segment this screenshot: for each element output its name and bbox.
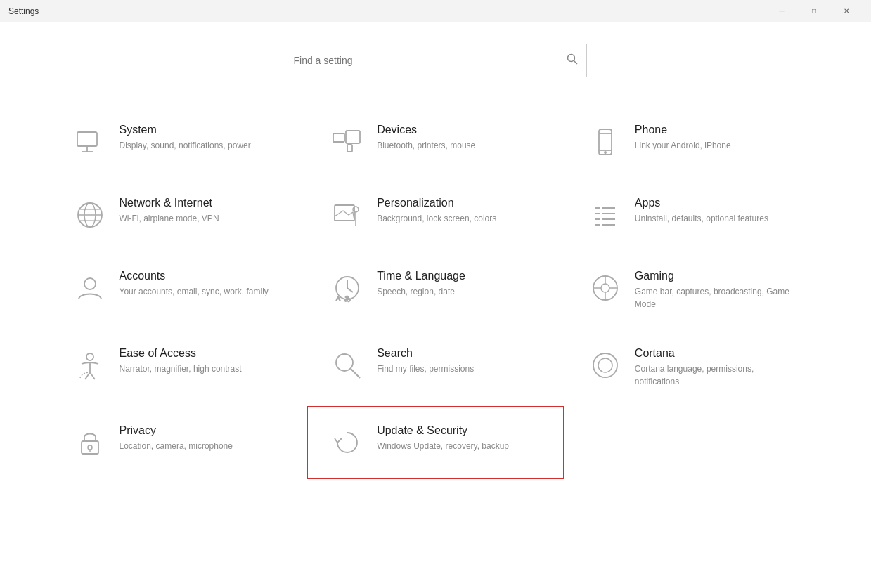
- svg-point-0: [567, 55, 574, 62]
- setting-system[interactable]: System Display, sound, notifications, po…: [49, 105, 307, 178]
- apps-name: Apps: [635, 197, 768, 209]
- setting-devices[interactable]: Devices Bluetooth, printers, mouse: [307, 105, 564, 178]
- setting-gaming[interactable]: Gaming Game bar, captures, broadcasting,…: [564, 251, 822, 329]
- svg-rect-7: [347, 145, 352, 152]
- setting-personalization[interactable]: Personalization Background, lock screen,…: [307, 178, 564, 251]
- svg-point-41: [86, 353, 93, 360]
- phone-desc: Link your Android, iPhone: [635, 139, 731, 152]
- network-text: Network & Internet Wi-Fi, airplane mode,…: [120, 197, 219, 225]
- search-icon: [567, 53, 578, 67]
- svg-point-45: [336, 354, 353, 371]
- update-desc: Windows Update, recovery, backup: [377, 440, 509, 452]
- setting-phone[interactable]: Phone Link your Android, iPhone: [564, 105, 822, 178]
- devices-name: Devices: [377, 124, 475, 136]
- setting-network[interactable]: Network & Internet Wi-Fi, airplane mode,…: [49, 178, 307, 251]
- svg-point-12: [605, 152, 606, 153]
- ease-text: Ease of Access Narrator, magnifier, high…: [120, 347, 242, 375]
- window-title: Settings: [8, 6, 39, 16]
- window-controls: ─ □ ✕: [766, 0, 863, 22]
- apps-icon: [587, 197, 624, 233]
- titlebar: Settings ─ □ ✕: [0, 0, 871, 22]
- svg-rect-2: [77, 132, 97, 146]
- privacy-desc: Location, camera, microphone: [120, 440, 233, 452]
- system-desc: Display, sound, notifications, power: [120, 139, 251, 152]
- phone-text: Phone Link your Android, iPhone: [635, 124, 731, 152]
- gaming-text: Gaming Game bar, captures, broadcasting,…: [635, 270, 800, 311]
- personalization-desc: Background, lock screen, colors: [377, 212, 496, 225]
- setting-search[interactable]: Search Find my files, permissions: [307, 329, 564, 406]
- svg-text:A: A: [336, 295, 340, 302]
- search-name: Search: [377, 347, 474, 360]
- svg-point-50: [88, 445, 92, 450]
- svg-point-48: [598, 358, 612, 372]
- personalization-name: Personalization: [377, 197, 496, 209]
- setting-time[interactable]: A あ Time & Language Speech, region, date: [307, 251, 564, 329]
- update-name: Update & Security: [377, 424, 509, 437]
- accounts-icon: [72, 270, 108, 306]
- apps-desc: Uninstall, defaults, optional features: [635, 212, 768, 225]
- setting-privacy[interactable]: Privacy Location, camera, microphone: [49, 406, 307, 479]
- search-bar: [285, 44, 587, 77]
- search-input[interactable]: [294, 55, 567, 66]
- devices-icon: [329, 124, 366, 160]
- svg-line-1: [574, 61, 577, 65]
- svg-point-47: [593, 353, 617, 377]
- minimize-button[interactable]: ─: [766, 0, 798, 22]
- gaming-name: Gaming: [635, 270, 800, 282]
- main-content: System Display, sound, notifications, po…: [0, 22, 871, 588]
- phone-name: Phone: [635, 124, 731, 136]
- svg-point-36: [601, 284, 609, 292]
- cortana-icon: [587, 347, 624, 384]
- system-name: System: [120, 124, 251, 136]
- close-button[interactable]: ✕: [830, 0, 863, 22]
- ease-icon: [72, 347, 108, 384]
- svg-rect-6: [346, 131, 360, 143]
- accounts-text: Accounts Your accounts, email, sync, wor…: [120, 270, 269, 298]
- accounts-name: Accounts: [120, 270, 269, 282]
- search-desc: Find my files, permissions: [377, 362, 474, 375]
- setting-apps[interactable]: Apps Uninstall, defaults, optional featu…: [564, 178, 822, 251]
- setting-ease[interactable]: Ease of Access Narrator, magnifier, high…: [49, 329, 307, 406]
- phone-icon: [587, 124, 624, 160]
- update-icon: [329, 424, 366, 461]
- ease-desc: Narrator, magnifier, high contrast: [120, 362, 242, 375]
- cortana-text: Cortana Cortana language, permissions, n…: [635, 347, 800, 388]
- setting-update[interactable]: Update & Security Windows Update, recove…: [307, 406, 564, 479]
- cortana-name: Cortana: [635, 347, 800, 360]
- maximize-button[interactable]: □: [798, 0, 830, 22]
- cortana-desc: Cortana language, permissions, notificat…: [635, 362, 800, 388]
- search-setting-icon: [329, 347, 366, 384]
- search-text: Search Find my files, permissions: [377, 347, 474, 375]
- ease-name: Ease of Access: [120, 347, 242, 360]
- devices-text: Devices Bluetooth, printers, mouse: [377, 124, 475, 152]
- privacy-icon: [72, 424, 108, 461]
- system-icon: [72, 124, 108, 160]
- accounts-desc: Your accounts, email, sync, work, family: [120, 285, 269, 298]
- network-icon: [72, 197, 108, 233]
- devices-desc: Bluetooth, printers, mouse: [377, 139, 475, 152]
- personalization-icon: [329, 197, 366, 233]
- personalization-text: Personalization Background, lock screen,…: [377, 197, 496, 225]
- svg-line-44: [90, 372, 95, 379]
- setting-cortana[interactable]: Cortana Cortana language, permissions, n…: [564, 329, 822, 406]
- system-text: System Display, sound, notifications, po…: [120, 124, 251, 152]
- settings-grid: System Display, sound, notifications, po…: [49, 105, 822, 479]
- time-desc: Speech, region, date: [377, 285, 465, 298]
- svg-line-43: [85, 372, 90, 379]
- time-icon: A あ: [329, 270, 366, 306]
- apps-text: Apps Uninstall, defaults, optional featu…: [635, 197, 768, 225]
- privacy-text: Privacy Location, camera, microphone: [120, 424, 233, 452]
- time-name: Time & Language: [377, 270, 465, 282]
- gaming-desc: Game bar, captures, broadcasting, Game M…: [635, 285, 800, 311]
- time-text: Time & Language Speech, region, date: [377, 270, 465, 298]
- network-name: Network & Internet: [120, 197, 219, 209]
- update-text: Update & Security Windows Update, recove…: [377, 424, 509, 452]
- network-desc: Wi-Fi, airplane mode, VPN: [120, 212, 219, 225]
- gaming-icon: [587, 270, 624, 306]
- svg-rect-5: [333, 133, 344, 142]
- privacy-name: Privacy: [120, 424, 233, 437]
- setting-accounts[interactable]: Accounts Your accounts, email, sync, wor…: [49, 251, 307, 329]
- svg-line-32: [347, 288, 353, 292]
- svg-point-29: [84, 278, 96, 289]
- svg-text:あ: あ: [344, 295, 351, 302]
